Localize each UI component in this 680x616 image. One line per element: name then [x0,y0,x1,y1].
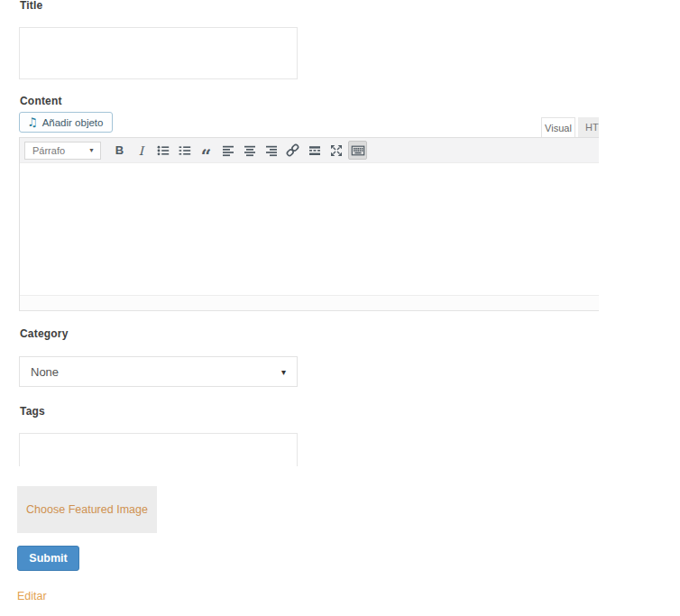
tab-html[interactable]: HTML [578,117,599,137]
category-label: Category [20,327,69,340]
link-icon [285,143,300,158]
edit-link[interactable]: Editar [17,590,47,602]
tags-input[interactable] [19,433,298,466]
editor-body[interactable] [20,163,599,295]
fullscreen-button[interactable] [326,141,345,160]
add-media-label: Añadir objeto [42,117,104,128]
content-editor: ♫ Añadir objeto Visual HTML Párrafo ▼ B … [19,112,599,311]
link-button[interactable] [283,141,302,160]
editor-statusbar [20,295,599,310]
editor-toolbar: Párrafo ▼ B I “ [20,138,599,163]
select-arrow-icon: ▾ [281,367,286,377]
align-center-button[interactable] [240,141,259,160]
more-tag-button[interactable] [305,141,324,160]
fullscreen-icon [329,143,344,158]
align-center-icon [243,143,257,158]
content-label: Content [20,95,62,107]
chevron-down-icon: ▼ [88,147,95,153]
numbered-list-button[interactable] [175,141,194,160]
tags-label: Tags [20,405,45,418]
align-left-button[interactable] [218,141,237,160]
numbered-list-icon [178,143,192,158]
align-left-icon [221,143,235,158]
format-dropdown[interactable]: Párrafo ▼ [24,142,101,160]
bulleted-list-button[interactable] [153,141,172,160]
editor-box: Párrafo ▼ B I “ [19,137,599,311]
title-input[interactable] [19,27,298,79]
category-select-value: None [31,365,59,379]
choose-featured-image-button[interactable]: Choose Featured Image [17,486,157,533]
add-media-button[interactable]: ♫ Añadir objeto [19,112,113,133]
more-tag-icon [308,143,322,158]
add-media-icon: ♫ [27,116,38,128]
category-select[interactable]: None ▾ [19,356,298,387]
tab-visual[interactable]: Visual [541,117,575,137]
format-dropdown-value: Párrafo [32,145,65,156]
align-right-icon [264,143,279,158]
italic-button[interactable]: I [132,141,151,160]
submit-button[interactable]: Submit [17,546,79,571]
blockquote-button[interactable]: “ [197,141,216,160]
bulleted-list-icon [156,143,170,158]
keyboard-icon [351,143,365,158]
align-right-button[interactable] [262,141,280,160]
toolbar-toggle-button[interactable] [348,141,367,160]
bold-button[interactable]: B [110,141,129,160]
title-label: Title [20,0,42,12]
